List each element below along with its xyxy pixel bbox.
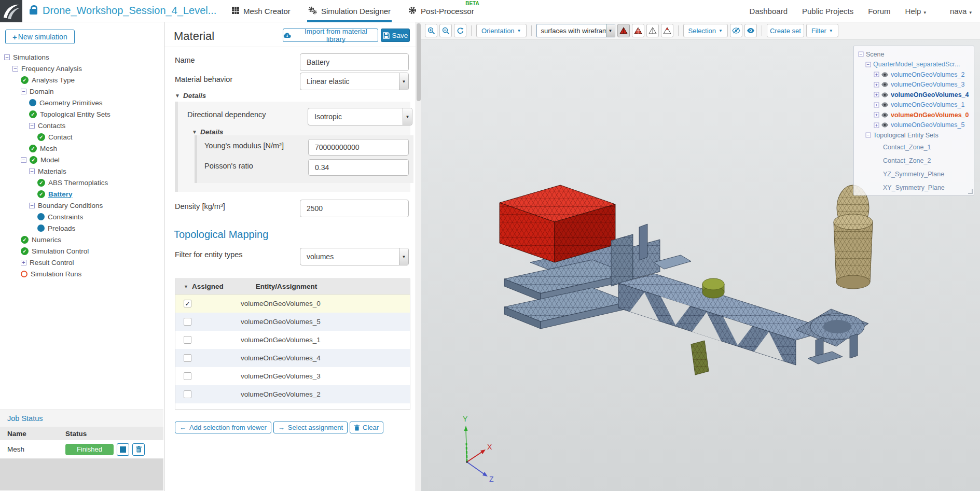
- tree-item-analysis-type[interactable]: ✓Analysis Type: [0, 74, 163, 86]
- visibility-eye-icon[interactable]: [881, 113, 888, 118]
- collapse-box-icon[interactable]: −: [866, 133, 871, 138]
- render-points-button[interactable]: [661, 24, 673, 37]
- tree-item-numerics[interactable]: ✓Numerics: [0, 234, 163, 245]
- assignment-row-volumeongeovolumes-1[interactable]: volumeOnGeoVolumes_1: [175, 331, 410, 349]
- checkbox-unchecked[interactable]: [184, 318, 191, 326]
- checkbox-unchecked[interactable]: [184, 354, 191, 362]
- checkbox-checked[interactable]: ✓: [184, 300, 191, 307]
- expand-box-icon[interactable]: +: [874, 92, 879, 97]
- assignment-row-volumeongeovolumes-2[interactable]: volumeOnGeoVolumes_2: [175, 385, 410, 403]
- collapse-box-icon[interactable]: −: [29, 123, 35, 129]
- selection-dropdown[interactable]: Selection ▼: [683, 24, 728, 37]
- expand-box-icon[interactable]: +: [874, 72, 879, 77]
- scene-entity-set-contact-zone-2[interactable]: Contact_Zone_2: [854, 154, 974, 167]
- checkbox-unchecked[interactable]: [184, 390, 191, 398]
- axis-orientation-gizmo[interactable]: Y X Z: [437, 409, 504, 482]
- scrollbar-thumb[interactable]: [417, 23, 421, 101]
- tree-item-geometry-primitives[interactable]: Geometry Primitives: [0, 97, 163, 108]
- collapse-box-icon[interactable]: −: [4, 54, 10, 60]
- collapse-box-icon[interactable]: −: [866, 62, 871, 67]
- orientation-dropdown[interactable]: Orientation ▼: [476, 24, 527, 37]
- nav-link-public-projects[interactable]: Public Projects: [802, 7, 853, 16]
- scene-model-node[interactable]: − QuarterModel_separatedScr...: [854, 60, 974, 70]
- scene-entity-set-yz-symmetry-plane[interactable]: YZ_Symmetry_Plane: [854, 167, 974, 181]
- visibility-eye-icon[interactable]: [881, 102, 888, 107]
- tree-item-mesh[interactable]: ✓Mesh: [0, 143, 163, 154]
- inner-details-group-header[interactable]: ▼ Details: [192, 128, 223, 136]
- collapse-box-icon[interactable]: −: [21, 157, 26, 163]
- tree-item-result-control[interactable]: +Result Control: [0, 257, 163, 268]
- import-material-button[interactable]: Import from material library: [283, 29, 378, 42]
- assignment-row-volumeongeovolumes-4[interactable]: volumeOnGeoVolumes_4: [175, 349, 410, 367]
- save-button[interactable]: Save: [381, 29, 410, 42]
- expand-box-icon[interactable]: +: [874, 122, 879, 128]
- overlay-resize-handle[interactable]: [968, 189, 973, 194]
- tree-item-constraints[interactable]: Constraints: [0, 211, 163, 222]
- visibility-eye-icon[interactable]: [881, 92, 888, 97]
- tree-item-battery[interactable]: ✓Battery: [0, 188, 163, 200]
- visibility-eye-icon[interactable]: [881, 82, 888, 87]
- scene-volume-volumeongeovolumes-1[interactable]: +volumeOnGeoVolumes_1: [854, 100, 974, 110]
- visibility-eye-icon[interactable]: [881, 72, 888, 77]
- scene-entity-set-contact-zone-1[interactable]: Contact_Zone_1: [854, 141, 974, 154]
- tree-item-contacts[interactable]: −Contacts: [0, 120, 163, 131]
- directional-dependency-select[interactable]: Isotropic ▼: [308, 108, 412, 125]
- select-assignment-button[interactable]: → Select assignment: [273, 422, 348, 433]
- create-set-button[interactable]: Create set: [767, 24, 804, 37]
- zoom-in-button[interactable]: [425, 24, 437, 37]
- tree-item-materials[interactable]: −Materials: [0, 165, 163, 177]
- reset-view-button[interactable]: [454, 24, 466, 37]
- scene-volume-volumeongeovolumes-0[interactable]: +volumeOnGeoVolumes_0: [854, 110, 974, 120]
- clear-button[interactable]: Clear: [350, 422, 383, 433]
- render-wireframe-button[interactable]: [646, 24, 659, 37]
- user-menu[interactable]: nava▾: [950, 7, 972, 16]
- details-group-header[interactable]: ▼ Details: [175, 92, 206, 100]
- job-delete-button[interactable]: [132, 443, 145, 456]
- add-selection-from-viewer-button[interactable]: ← Add selection from viewer: [175, 422, 271, 433]
- panel-scrollbar[interactable]: [416, 22, 421, 491]
- tree-item-abs-thermoplatics[interactable]: ✓ABS Thermoplatics: [0, 177, 163, 188]
- render-solid-button[interactable]: [617, 24, 630, 37]
- density-input[interactable]: [300, 200, 409, 217]
- nav-link-forum[interactable]: Forum: [868, 7, 890, 16]
- show-all-button[interactable]: [744, 24, 757, 37]
- name-input[interactable]: [300, 53, 409, 71]
- tree-item-simulations[interactable]: −Simulations: [0, 51, 163, 63]
- assignment-row-volumeongeovolumes-3[interactable]: volumeOnGeoVolumes_3: [175, 367, 410, 385]
- tree-item-model[interactable]: −✓Model: [0, 154, 163, 165]
- render-mode-select[interactable]: surfaces with wireframe ▼: [536, 24, 615, 37]
- scene-volume-volumeongeovolumes-4[interactable]: +volumeOnGeoVolumes_4: [854, 90, 974, 100]
- filter-dropdown[interactable]: Filter ▼: [806, 24, 838, 37]
- collapse-box-icon[interactable]: −: [29, 169, 35, 174]
- scene-volume-volumeongeovolumes-5[interactable]: +volumeOnGeoVolumes_5: [854, 120, 974, 131]
- job-stop-button[interactable]: [117, 443, 129, 456]
- help-menu[interactable]: Help▾: [905, 7, 926, 16]
- tab-simulation-designer[interactable]: Simulation Designer: [307, 0, 392, 22]
- hide-selected-button[interactable]: [730, 24, 742, 37]
- tree-item-domain[interactable]: −Domain: [0, 86, 163, 97]
- new-simulation-button[interactable]: + New simulation: [5, 30, 75, 44]
- tree-item-topological-entity-sets[interactable]: ✓Topological Entity Sets: [0, 108, 163, 120]
- collapse-box-icon[interactable]: −: [859, 52, 864, 57]
- scene-volume-volumeongeovolumes-3[interactable]: +volumeOnGeoVolumes_3: [854, 80, 974, 90]
- expand-box-icon[interactable]: +: [874, 82, 879, 87]
- collapse-box-icon[interactable]: −: [29, 203, 35, 208]
- collapse-box-icon[interactable]: −: [21, 89, 26, 94]
- tree-item-frequency-analysis[interactable]: −Frequency Analysis: [0, 63, 163, 74]
- tree-item-contact[interactable]: ✓Contact: [0, 131, 163, 143]
- poissons-ratio-input[interactable]: [308, 159, 409, 176]
- zoom-out-button[interactable]: [439, 24, 452, 37]
- simscale-logo[interactable]: [0, 0, 22, 22]
- tree-item-preloads[interactable]: Preloads: [0, 222, 163, 234]
- expand-box-icon[interactable]: +: [874, 113, 879, 118]
- youngs-modulus-input[interactable]: [308, 139, 409, 156]
- scene-entity-sets-node[interactable]: − Topological Entity Sets: [854, 130, 974, 141]
- tree-item-simulation-control[interactable]: ✓Simulation Control: [0, 245, 163, 257]
- assignment-row-volumeongeovolumes-0[interactable]: ✓volumeOnGeoVolumes_0: [175, 294, 410, 313]
- expand-box-icon[interactable]: +: [21, 260, 26, 265]
- sort-caret-icon[interactable]: ▼: [184, 284, 188, 289]
- collapse-box-icon[interactable]: −: [12, 66, 18, 72]
- tree-item-simulation-runs[interactable]: Simulation Runs: [0, 268, 163, 279]
- viewport-3d[interactable]: − Scene − QuarterModel_separatedScr... +…: [421, 39, 980, 491]
- visibility-eye-icon[interactable]: [881, 122, 888, 128]
